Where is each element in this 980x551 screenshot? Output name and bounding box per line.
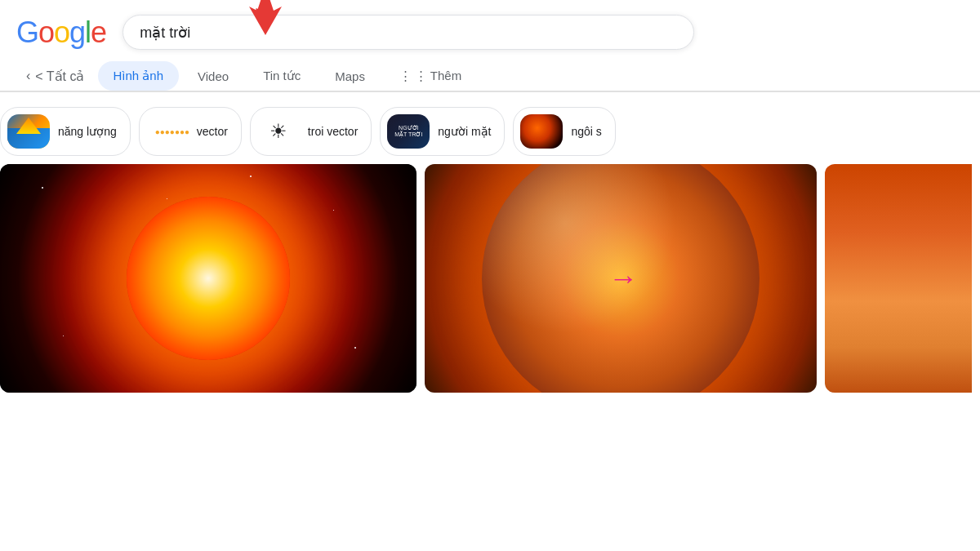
tab-video[interactable]: Video	[182, 62, 244, 91]
chip-thumb-ngoi-s	[520, 114, 563, 149]
sun-orange-visual	[825, 164, 972, 393]
logo-o2: o	[54, 16, 69, 49]
logo-g2: g	[69, 16, 85, 49]
header: Google ↑	[0, 0, 980, 50]
chip-nang-luong[interactable]: năng lượng	[0, 107, 131, 156]
search-bar-wrapper: ↑	[122, 15, 694, 50]
image-orange-sky[interactable]	[825, 164, 972, 393]
sun-dark-visual	[0, 164, 416, 393]
chip-nguoi-mat[interactable]: NGƯỜIMẶT TRỜI người mặt	[380, 107, 505, 156]
logo-o1: o	[38, 16, 54, 49]
more-dots-icon: ⋮	[399, 69, 412, 83]
nav-back-button[interactable]: ‹ < Tất cả	[16, 62, 95, 91]
tab-hinh-anh[interactable]: Hình ảnh	[98, 61, 180, 91]
chip-ngoi-s[interactable]: ngôi s	[513, 107, 615, 156]
back-arrow-icon: ‹	[26, 69, 30, 83]
logo-g: G	[16, 16, 38, 49]
tab-tin-tuc[interactable]: Tin tức	[247, 61, 316, 91]
chip-troi-vector[interactable]: ☀ troi vector	[250, 107, 372, 156]
chip-thumb-nguoi-mat: NGƯỜIMẶT TRỜI	[387, 114, 430, 149]
planet-icon	[520, 114, 563, 149]
chip-label-nang-luong: năng lượng	[58, 125, 117, 138]
chip-label-vector: vector	[197, 125, 228, 138]
movie-thumb: NGƯỜIMẶT TRỜI	[387, 114, 430, 149]
sun-emoji-icon: ☀	[257, 114, 300, 149]
sun-closeup-visual	[425, 164, 817, 393]
google-logo[interactable]: Google	[16, 16, 106, 50]
dots-icon: ●●●●●●●●●	[146, 114, 189, 149]
chip-label-nguoi-mat: người mặt	[438, 125, 491, 138]
logo-e: e	[91, 16, 106, 49]
chip-thumb-nang-luong	[7, 114, 50, 149]
suggestions-row: năng lượng ●●●●●●●●● vector ☀ troi vecto…	[0, 92, 980, 164]
chip-label-troi-vector: troi vector	[308, 125, 358, 138]
chip-thumb-vector: ●●●●●●●●●	[146, 114, 189, 149]
search-input[interactable]	[122, 15, 694, 50]
tab-more[interactable]: ⋮ ⋮ Thêm	[384, 61, 477, 91]
tat-ca-label: < Tất cả	[35, 69, 84, 84]
image-sun-dark[interactable]	[0, 164, 416, 393]
chip-label-ngoi-s: ngôi s	[571, 125, 601, 138]
image-sun-closeup[interactable]: →	[425, 164, 817, 393]
chip-vector[interactable]: ●●●●●●●●● vector	[139, 107, 242, 156]
nav-tabs: ‹ < Tất cả Hình ảnh Video Tin tức Maps ⋮…	[0, 50, 980, 91]
tab-maps[interactable]: Maps	[319, 62, 381, 91]
image-grid: →	[0, 164, 980, 393]
chip-thumb-troi-vector: ☀	[257, 114, 300, 149]
